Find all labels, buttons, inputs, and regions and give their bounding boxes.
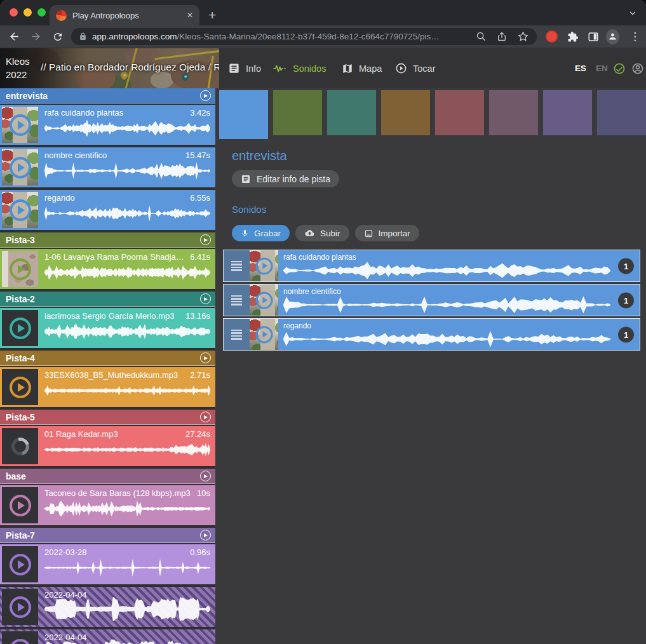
lang-es[interactable]: ES [575,48,586,88]
track-header-entrevista[interactable]: entrevista [0,88,215,104]
clip-play-button[interactable] [10,377,31,398]
track-header-pista-2[interactable]: Pista-2 [0,292,215,307]
upload-button[interactable]: Subir [295,225,349,241]
swatch-pista-4[interactable] [381,90,430,135]
track-header-pista-5[interactable]: Pista-5 [0,410,215,425]
clip-2022-03-28[interactable]: 2022-03-280.96s [0,544,215,584]
clip-thumbnail[interactable] [2,631,38,644]
clip-muthedukkum[interactable]: 33ESX6038_B5_Muthedukkum.mp32.71s [0,367,215,407]
track-play-button[interactable] [200,412,211,422]
clip-play-button[interactable] [10,199,31,221]
profile-avatar[interactable] [606,30,619,43]
sound-thumbnail[interactable] [250,319,278,350]
clip-thumbnail[interactable] [2,546,38,582]
clip-lavanya[interactable]: 1-06 Lavanya Rama Poorna Shadjam Rupak..… [0,249,215,289]
clip-thumbnail[interactable] [2,369,38,405]
back-button[interactable] [8,30,21,43]
sound-thumbnail[interactable] [250,285,278,316]
sync-check-icon[interactable] [613,48,626,88]
clip-thumbnail[interactable] [2,310,38,346]
sound-thumbnail[interactable] [250,250,278,281]
import-button[interactable]: Importar [355,225,419,241]
clip-lacrimosa[interactable]: lacrimosa Sergio García Merlo.mp313.16s [0,308,215,348]
share-icon[interactable] [495,30,508,43]
project-satellite-image[interactable]: Kleos 2022 // Patio en Bordador Rodrígue… [0,48,219,88]
forward-button[interactable] [29,30,43,43]
clip-duration: 13.16s [185,311,210,321]
track-play-button[interactable] [200,471,211,481]
drag-handle[interactable] [224,319,250,350]
lang-en[interactable]: EN [596,48,608,88]
clip-thumbnail[interactable] [2,589,38,625]
sound-play-button[interactable] [255,326,273,343]
side-panel-icon[interactable] [586,30,600,43]
track-header-pista-7[interactable]: Pista-7 [0,528,215,543]
track-play-button[interactable] [200,352,211,363]
record-button[interactable]: Grabar [232,225,290,241]
clip-play-button[interactable] [10,596,31,618]
swatch-pista-5[interactable] [435,90,484,135]
edit-track-info-button[interactable]: Editar info de pista [232,170,339,187]
clip-thumbnail[interactable] [2,149,38,185]
tab-sonidos[interactable]: Sonidos [273,48,326,88]
browser-menu-icon[interactable]: ⋮ [628,30,642,43]
tab-info[interactable]: Info [228,48,261,88]
bookmark-star-icon[interactable] [516,30,529,43]
clip-taconeo[interactable]: Taconeo de Sara Baras (128 kbps).mp310s [0,485,215,525]
sound-row-nombre[interactable]: nombre cientifico 1 [223,284,640,316]
traffic-light-minimize[interactable] [24,8,32,17]
clip-play-button[interactable] [10,318,31,339]
clip-play-button[interactable] [10,114,31,136]
tab-close-icon[interactable]: ✕ [187,11,193,20]
clip-thumbnail[interactable] [2,487,38,523]
clip-2022-04-04-b[interactable]: 2022-04-04 [0,629,215,644]
swatch-base[interactable] [489,90,538,135]
clip-play-button[interactable] [10,495,31,516]
track-header-pista-4[interactable]: Pista-4 [0,351,215,366]
swatch-pista-2[interactable] [327,90,376,135]
swatch-pista-3[interactable] [273,90,322,135]
clip-nombre-cientifico[interactable]: nombre cientifico15.47s [0,147,215,187]
chevron-down-icon[interactable] [628,9,637,18]
clip-raga-kedar[interactable]: 01 Raga Kedar.mp327.24s [0,426,215,466]
extensions-puzzle-icon[interactable] [566,30,579,43]
clip-thumbnail[interactable] [2,251,38,287]
swatch-entrevista[interactable] [219,90,268,139]
sound-play-button[interactable] [255,257,273,274]
track-header-base[interactable]: base [0,469,215,484]
record-extension-icon[interactable] [545,30,558,43]
track-play-button[interactable] [200,293,211,304]
sound-play-button[interactable] [255,292,273,309]
clip-thumbnail[interactable] [2,428,38,464]
track-play-button[interactable] [200,530,211,540]
zoom-icon[interactable] [474,30,487,43]
drag-handle[interactable] [224,285,250,316]
clip-play-button[interactable] [10,157,31,178]
track-play-button[interactable] [200,90,211,101]
clip-thumbnail[interactable] [2,107,38,143]
track-play-button[interactable] [200,234,211,245]
clip-thumbnail[interactable] [2,192,38,228]
account-icon[interactable] [631,48,644,88]
sound-row-rafa[interactable]: rafa cuidando plantas 1 [223,250,640,282]
traffic-light-close[interactable] [10,8,18,17]
tab-tocar[interactable]: Tocar [395,48,435,88]
new-tab-button[interactable]: + [208,6,216,25]
tab-mapa[interactable]: Mapa [342,48,382,88]
clip-play-button[interactable] [10,554,31,575]
clip-regando[interactable]: regando6.55s [0,190,215,230]
lock-icon[interactable] [79,32,87,41]
clip-2022-04-04-a[interactable]: 2022-04-04 [0,587,215,627]
traffic-light-zoom[interactable] [37,8,46,17]
clip-rafa-cuidando-plantas[interactable]: rafa cuidando plantas3.42s [0,105,215,145]
url-bar[interactable]: app.antropoloops.com/Kleos-Santa-Marina/… [71,28,537,45]
swatch-pista-7[interactable] [543,90,592,135]
swatch-pista-8[interactable] [597,90,646,135]
browser-tab[interactable]: Play Antropoloops ✕ [50,5,199,25]
reload-button[interactable] [51,30,64,43]
clip-play-button[interactable] [10,639,31,644]
sound-row-regando[interactable]: regando 1 [223,318,640,351]
track-header-pista-3[interactable]: Pista-3 [0,232,215,248]
clip-play-button[interactable] [10,258,31,280]
drag-handle[interactable] [224,250,250,281]
